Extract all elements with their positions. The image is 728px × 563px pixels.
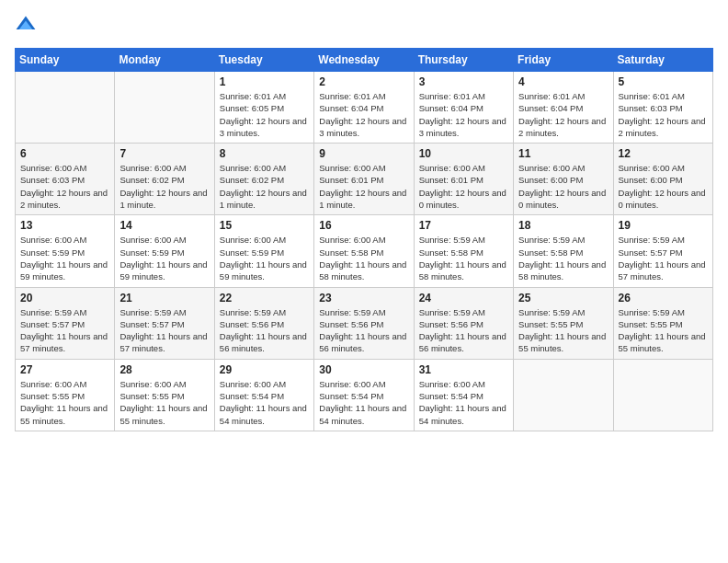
calendar-cell: 24Sunrise: 5:59 AM Sunset: 5:56 PM Dayli… bbox=[414, 287, 513, 359]
calendar-cell: 6Sunrise: 6:00 AM Sunset: 6:03 PM Daylig… bbox=[16, 144, 115, 215]
calendar-cell: 12Sunrise: 6:00 AM Sunset: 6:00 PM Dayli… bbox=[613, 144, 712, 215]
calendar-cell: 13Sunrise: 6:00 AM Sunset: 5:59 PM Dayli… bbox=[16, 215, 115, 287]
day-number: 8 bbox=[220, 147, 309, 160]
day-info: Sunrise: 6:00 AM Sunset: 6:01 PM Dayligh… bbox=[319, 162, 408, 211]
calendar-header-row: SundayMondayTuesdayWednesdayThursdayFrid… bbox=[16, 49, 713, 72]
calendar-cell bbox=[16, 72, 115, 144]
day-number: 26 bbox=[619, 292, 708, 304]
day-number: 28 bbox=[119, 363, 209, 376]
logo-icon bbox=[15, 15, 37, 37]
day-number: 11 bbox=[518, 147, 608, 160]
calendar-cell: 7Sunrise: 6:00 AM Sunset: 6:02 PM Daylig… bbox=[115, 144, 214, 215]
calendar-cell: 4Sunrise: 6:01 AM Sunset: 6:04 PM Daylig… bbox=[514, 72, 613, 144]
day-info: Sunrise: 6:00 AM Sunset: 6:00 PM Dayligh… bbox=[518, 162, 608, 211]
day-number: 7 bbox=[119, 147, 209, 160]
day-info: Sunrise: 6:00 AM Sunset: 6:01 PM Dayligh… bbox=[419, 162, 508, 211]
day-number: 23 bbox=[319, 292, 408, 304]
day-number: 4 bbox=[518, 75, 608, 88]
day-info: Sunrise: 6:00 AM Sunset: 5:54 PM Dayligh… bbox=[220, 378, 309, 427]
calendar-cell: 10Sunrise: 6:00 AM Sunset: 6:01 PM Dayli… bbox=[414, 144, 513, 215]
calendar-table: SundayMondayTuesdayWednesdayThursdayFrid… bbox=[15, 48, 713, 431]
day-info: Sunrise: 6:00 AM Sunset: 5:59 PM Dayligh… bbox=[20, 234, 109, 282]
day-info: Sunrise: 6:01 AM Sunset: 6:04 PM Dayligh… bbox=[319, 90, 408, 139]
calendar-header-friday: Friday bbox=[514, 49, 613, 72]
day-info: Sunrise: 6:00 AM Sunset: 6:02 PM Dayligh… bbox=[220, 162, 309, 211]
calendar-cell: 23Sunrise: 5:59 AM Sunset: 5:56 PM Dayli… bbox=[314, 287, 414, 359]
day-number: 17 bbox=[419, 219, 508, 232]
day-number: 30 bbox=[319, 363, 408, 376]
day-info: Sunrise: 5:59 AM Sunset: 5:55 PM Dayligh… bbox=[518, 306, 608, 355]
calendar-cell: 18Sunrise: 5:59 AM Sunset: 5:58 PM Dayli… bbox=[514, 215, 613, 287]
calendar-week-row: 6Sunrise: 6:00 AM Sunset: 6:03 PM Daylig… bbox=[16, 144, 713, 215]
day-number: 18 bbox=[518, 219, 608, 232]
day-number: 25 bbox=[518, 292, 608, 304]
calendar-cell: 22Sunrise: 5:59 AM Sunset: 5:56 PM Dayli… bbox=[214, 287, 313, 359]
day-info: Sunrise: 6:00 AM Sunset: 5:55 PM Dayligh… bbox=[20, 378, 109, 427]
calendar-cell bbox=[115, 72, 214, 144]
calendar-cell: 14Sunrise: 6:00 AM Sunset: 5:59 PM Dayli… bbox=[115, 215, 214, 287]
calendar-cell: 11Sunrise: 6:00 AM Sunset: 6:00 PM Dayli… bbox=[514, 144, 613, 215]
day-info: Sunrise: 6:00 AM Sunset: 5:59 PM Dayligh… bbox=[220, 234, 309, 282]
day-info: Sunrise: 5:59 AM Sunset: 5:55 PM Dayligh… bbox=[619, 306, 708, 355]
calendar-week-row: 13Sunrise: 6:00 AM Sunset: 5:59 PM Dayli… bbox=[16, 215, 713, 287]
calendar-header-wednesday: Wednesday bbox=[314, 49, 414, 72]
day-number: 10 bbox=[419, 147, 508, 160]
day-info: Sunrise: 6:01 AM Sunset: 6:05 PM Dayligh… bbox=[220, 90, 309, 139]
day-info: Sunrise: 6:01 AM Sunset: 6:04 PM Dayligh… bbox=[419, 90, 508, 139]
calendar-header-monday: Monday bbox=[115, 49, 214, 72]
day-number: 27 bbox=[20, 363, 109, 376]
calendar-cell: 9Sunrise: 6:00 AM Sunset: 6:01 PM Daylig… bbox=[314, 144, 414, 215]
calendar-cell: 25Sunrise: 5:59 AM Sunset: 5:55 PM Dayli… bbox=[514, 287, 613, 359]
day-info: Sunrise: 6:00 AM Sunset: 5:58 PM Dayligh… bbox=[319, 234, 408, 282]
day-info: Sunrise: 6:00 AM Sunset: 6:03 PM Dayligh… bbox=[20, 162, 109, 211]
day-info: Sunrise: 6:00 AM Sunset: 5:54 PM Dayligh… bbox=[319, 378, 408, 427]
day-info: Sunrise: 5:59 AM Sunset: 5:56 PM Dayligh… bbox=[319, 306, 408, 355]
calendar-cell: 8Sunrise: 6:00 AM Sunset: 6:02 PM Daylig… bbox=[214, 144, 313, 215]
calendar-header-saturday: Saturday bbox=[613, 49, 712, 72]
calendar-cell: 17Sunrise: 5:59 AM Sunset: 5:58 PM Dayli… bbox=[414, 215, 513, 287]
day-number: 16 bbox=[319, 219, 408, 232]
calendar-header-thursday: Thursday bbox=[414, 49, 513, 72]
logo bbox=[15, 15, 40, 37]
calendar-cell: 5Sunrise: 6:01 AM Sunset: 6:03 PM Daylig… bbox=[613, 72, 712, 144]
day-info: Sunrise: 5:59 AM Sunset: 5:58 PM Dayligh… bbox=[419, 234, 508, 282]
calendar-cell: 15Sunrise: 6:00 AM Sunset: 5:59 PM Dayli… bbox=[214, 215, 313, 287]
calendar-week-row: 1Sunrise: 6:01 AM Sunset: 6:05 PM Daylig… bbox=[16, 72, 713, 144]
calendar-cell: 3Sunrise: 6:01 AM Sunset: 6:04 PM Daylig… bbox=[414, 72, 513, 144]
calendar-cell: 27Sunrise: 6:00 AM Sunset: 5:55 PM Dayli… bbox=[16, 359, 115, 431]
day-number: 6 bbox=[20, 147, 109, 160]
day-number: 1 bbox=[220, 75, 309, 88]
day-number: 5 bbox=[619, 75, 708, 88]
day-info: Sunrise: 6:01 AM Sunset: 6:04 PM Dayligh… bbox=[518, 90, 608, 139]
day-number: 12 bbox=[619, 147, 708, 160]
calendar-cell: 31Sunrise: 6:00 AM Sunset: 5:54 PM Dayli… bbox=[414, 359, 513, 431]
day-info: Sunrise: 5:59 AM Sunset: 5:57 PM Dayligh… bbox=[119, 306, 209, 355]
calendar-cell: 19Sunrise: 5:59 AM Sunset: 5:57 PM Dayli… bbox=[613, 215, 712, 287]
day-info: Sunrise: 5:59 AM Sunset: 5:56 PM Dayligh… bbox=[419, 306, 508, 355]
day-number: 13 bbox=[20, 219, 109, 232]
calendar-week-row: 20Sunrise: 5:59 AM Sunset: 5:57 PM Dayli… bbox=[16, 287, 713, 359]
calendar-header-sunday: Sunday bbox=[16, 49, 115, 72]
day-number: 9 bbox=[319, 147, 408, 160]
calendar-week-row: 27Sunrise: 6:00 AM Sunset: 5:55 PM Dayli… bbox=[16, 359, 713, 431]
calendar-cell: 30Sunrise: 6:00 AM Sunset: 5:54 PM Dayli… bbox=[314, 359, 414, 431]
day-info: Sunrise: 6:00 AM Sunset: 6:00 PM Dayligh… bbox=[619, 162, 708, 211]
calendar-cell: 2Sunrise: 6:01 AM Sunset: 6:04 PM Daylig… bbox=[314, 72, 414, 144]
day-number: 29 bbox=[220, 363, 309, 376]
day-info: Sunrise: 5:59 AM Sunset: 5:58 PM Dayligh… bbox=[518, 234, 608, 282]
day-info: Sunrise: 5:59 AM Sunset: 5:57 PM Dayligh… bbox=[20, 306, 109, 355]
day-number: 2 bbox=[319, 75, 408, 88]
page-header bbox=[15, 15, 713, 37]
day-info: Sunrise: 5:59 AM Sunset: 5:57 PM Dayligh… bbox=[619, 234, 708, 282]
calendar-cell: 20Sunrise: 5:59 AM Sunset: 5:57 PM Dayli… bbox=[16, 287, 115, 359]
calendar-cell: 28Sunrise: 6:00 AM Sunset: 5:55 PM Dayli… bbox=[115, 359, 214, 431]
day-number: 31 bbox=[419, 363, 508, 376]
day-number: 14 bbox=[119, 219, 209, 232]
day-number: 22 bbox=[220, 292, 309, 304]
day-number: 21 bbox=[119, 292, 209, 304]
calendar-header-tuesday: Tuesday bbox=[214, 49, 313, 72]
calendar-cell bbox=[613, 359, 712, 431]
day-number: 15 bbox=[220, 219, 309, 232]
calendar-cell: 29Sunrise: 6:00 AM Sunset: 5:54 PM Dayli… bbox=[214, 359, 313, 431]
day-info: Sunrise: 6:00 AM Sunset: 5:54 PM Dayligh… bbox=[419, 378, 508, 427]
